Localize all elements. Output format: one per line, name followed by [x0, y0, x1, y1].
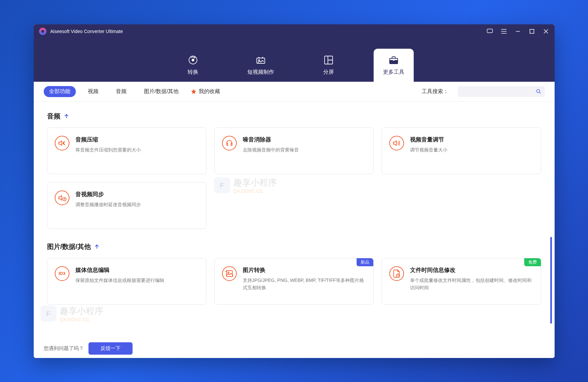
mv-icon	[255, 55, 266, 65]
file-time-icon	[389, 266, 404, 281]
feedback-button[interactable]: 反馈一下	[88, 342, 133, 355]
av-sync-icon	[55, 190, 69, 205]
audio-cards-grid: 音频压缩 将音频文件压缩到您需要的大小 噪音消除器 去除视频音频中的背景噪音	[47, 127, 541, 229]
filter-video[interactable]: 视频	[82, 86, 104, 97]
main-nav: 转换 短视频制作 分屏 更多工具	[34, 38, 555, 82]
tab-convert[interactable]: 转换	[175, 49, 211, 82]
section-image-title: 图片/数据/其他	[47, 242, 541, 251]
card-av-sync[interactable]: 音视频同步 调整音频播放时延使音视频同步	[47, 182, 206, 229]
card-desc: 将音频文件压缩到您需要的大小	[75, 146, 199, 153]
svg-point-3	[192, 59, 194, 61]
id3-icon: ID3	[55, 266, 69, 281]
scrollbar-thumb[interactable]	[550, 237, 552, 324]
search-box[interactable]	[458, 86, 545, 97]
tab-tools[interactable]: 更多工具	[374, 49, 414, 82]
search-label: 工具搜索：	[422, 88, 448, 95]
badge-free: 免费	[524, 258, 541, 266]
image-convert-icon	[222, 266, 237, 281]
tab-mv[interactable]: 短视频制作	[238, 49, 283, 82]
tab-convert-label: 转换	[188, 69, 198, 76]
menu-icon[interactable]	[501, 28, 507, 35]
convert-icon	[188, 55, 198, 65]
tab-collage[interactable]: 分屏	[310, 49, 347, 82]
filter-bar: 全部功能 视频 音频 图片/数据/其他 我的收藏 工具搜索：	[34, 82, 555, 102]
tab-mv-label: 短视频制作	[247, 69, 274, 76]
filter-favorites-label: 我的收藏	[199, 88, 220, 95]
card-audio-compress[interactable]: 音频压缩 将音频文件压缩到您需要的大小	[47, 127, 206, 174]
card-desc: 去除视频音频中的背景噪音	[243, 146, 366, 153]
image-cards-grid: ID3 媒体信息编辑 保留原始文件媒体信息或根据需要进行编辑 新品 图片转换 支…	[47, 258, 541, 305]
app-window: Aiseesoft Video Converter Ultimate	[34, 24, 555, 358]
card-desc: 单个或批量修改文件时间属性，包括创建时间、修改时间和访问时间	[410, 277, 533, 292]
card-title: 噪音消除器	[243, 136, 366, 143]
filter-favorites[interactable]: 我的收藏	[191, 88, 220, 95]
card-noise-remove[interactable]: 噪音消除器 去除视频音频中的背景噪音	[214, 127, 374, 174]
titlebar: Aiseesoft Video Converter Ultimate	[34, 24, 555, 38]
feedback-icon[interactable]	[486, 28, 493, 35]
section-audio-title: 音频	[47, 112, 541, 121]
card-desc: 调节视频音量大小	[410, 146, 533, 153]
card-volume-adjust[interactable]: 视频音量调节 调节视频音量大小	[382, 127, 541, 174]
collapse-icon[interactable]	[94, 244, 100, 249]
tab-tools-label: 更多工具	[383, 69, 404, 76]
watermark: F 趣享小程序 QX.OOVC.CC	[40, 305, 103, 322]
card-title: 文件时间信息修改	[410, 266, 533, 274]
collapse-icon[interactable]	[64, 113, 69, 119]
filter-audio[interactable]: 音频	[111, 86, 132, 97]
audio-compress-icon	[55, 136, 69, 150]
svg-point-14	[228, 272, 229, 273]
card-title: 视频音量调节	[410, 136, 533, 143]
card-title: 音频压缩	[75, 136, 199, 143]
titlebar-controls	[486, 28, 549, 35]
toolbox-icon	[388, 55, 399, 65]
card-desc: 支持JPG/JPEG, PNG, WEBP, BMP, TIF/TIFF等多种图…	[243, 277, 366, 292]
card-desc: 保留原始文件媒体信息或根据需要进行编辑	[75, 277, 199, 284]
content-area: 音频 音频压缩 将音频文件压缩到您需要的大小 噪音消除器	[34, 102, 555, 339]
filter-image[interactable]: 图片/数据/其他	[139, 86, 184, 97]
card-title: 音视频同步	[75, 190, 199, 198]
search-input[interactable]	[461, 89, 536, 94]
minimize-icon[interactable]	[515, 28, 521, 35]
card-media-info[interactable]: ID3 媒体信息编辑 保留原始文件媒体信息或根据需要进行编辑	[47, 258, 206, 305]
volume-adjust-icon	[389, 136, 404, 150]
tab-collage-label: 分屏	[323, 69, 334, 76]
filter-all[interactable]: 全部功能	[44, 86, 76, 97]
svg-point-11	[537, 89, 540, 92]
noise-remove-icon	[222, 136, 237, 150]
card-title: 图片转换	[243, 266, 366, 274]
badge-new: 新品	[357, 258, 373, 266]
footer-question: 您遇到问题了吗？	[44, 345, 84, 352]
footer-bar: 您遇到问题了吗？ 反馈一下	[34, 339, 555, 358]
card-title: 媒体信息编辑	[75, 266, 199, 274]
svg-rect-1	[530, 29, 534, 33]
maximize-icon[interactable]	[529, 28, 535, 35]
svg-rect-10	[393, 60, 394, 61]
app-logo-icon	[39, 28, 46, 35]
card-file-time[interactable]: 免费 文件时间信息修改 单个或批量修改文件时间属性，包括创建时间、修改时间和访问…	[382, 258, 541, 305]
card-image-convert[interactable]: 新品 图片转换 支持JPG/JPEG, PNG, WEBP, BMP, TIF/…	[214, 258, 374, 305]
close-icon[interactable]	[543, 28, 549, 35]
app-title: Aiseesoft Video Converter Ultimate	[50, 29, 123, 34]
card-desc: 调整音频播放时延使音视频同步	[75, 201, 199, 208]
search-icon[interactable]	[536, 89, 541, 94]
collage-icon	[323, 55, 334, 65]
